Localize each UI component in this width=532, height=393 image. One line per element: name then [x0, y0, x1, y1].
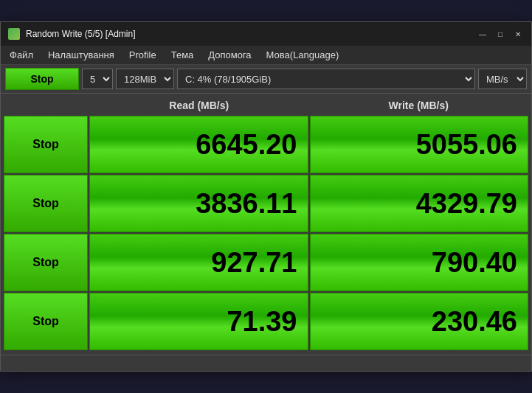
queue-select[interactable]: 5 1 2 4 8	[82, 69, 113, 89]
header-spacer	[4, 97, 89, 114]
drive-select[interactable]: C: 4% (78/1905GiB)	[177, 69, 475, 89]
close-button[interactable]: ✕	[512, 28, 524, 40]
row3-read-cell: 927.71	[89, 234, 308, 291]
table-row: Stop 3836.11 4329.79	[4, 175, 528, 232]
row4-write-value: 230.46	[432, 306, 517, 338]
row4-write-cell: 230.46	[310, 293, 529, 350]
row4-stop-button[interactable]: Stop	[4, 293, 88, 350]
menu-help[interactable]: Допомога	[205, 48, 254, 62]
row2-read-cell: 3836.11	[89, 175, 308, 232]
toolbar: Stop 5 1 2 4 8 128MiB 1MiB 4MiB 64MiB C:…	[1, 65, 531, 94]
table-header: Read (MB/s) Write (MB/s)	[4, 97, 528, 114]
unit-select[interactable]: MB/s GB/s IOPS	[478, 69, 527, 89]
main-content: Read (MB/s) Write (MB/s) Stop 6645.20 50…	[1, 94, 531, 355]
row3-read-value: 927.71	[211, 247, 297, 279]
main-window: Random Write (5/5) [Admin] — □ ✕ Файл На…	[0, 21, 532, 372]
menu-settings[interactable]: Налаштування	[45, 48, 117, 62]
status-bar	[1, 355, 531, 371]
row2-write-cell: 4329.79	[310, 175, 529, 232]
row2-write-value: 4329.79	[416, 188, 517, 220]
title-bar-left: Random Write (5/5) [Admin]	[8, 28, 136, 40]
toolbar-stop-button[interactable]: Stop	[5, 68, 79, 90]
table-row: Stop 927.71 790.40	[4, 234, 528, 291]
app-icon	[8, 28, 20, 40]
col-header-read: Read (MB/s)	[89, 97, 309, 114]
title-bar: Random Write (5/5) [Admin] — □ ✕	[1, 22, 531, 46]
table-row: Stop 6645.20 5055.06	[4, 116, 528, 173]
window-title: Random Write (5/5) [Admin]	[26, 29, 136, 39]
maximize-button[interactable]: □	[494, 28, 506, 40]
menu-theme[interactable]: Тема	[168, 48, 197, 62]
menu-profile[interactable]: Profile	[126, 48, 159, 62]
col-header-write: Write (MB/s)	[309, 97, 529, 114]
row1-write-cell: 5055.06	[310, 116, 529, 173]
row2-read-value: 3836.11	[196, 188, 297, 220]
table-row: Stop 71.39 230.46	[4, 293, 528, 350]
row4-read-cell: 71.39	[89, 293, 308, 350]
row1-read-cell: 6645.20	[89, 116, 308, 173]
row2-stop-button[interactable]: Stop	[4, 175, 88, 232]
row4-read-value: 71.39	[227, 306, 297, 338]
row3-write-value: 790.40	[432, 247, 517, 279]
window-controls: — □ ✕	[477, 28, 524, 40]
menu-language[interactable]: Мова(Language)	[263, 48, 342, 62]
row1-read-value: 6645.20	[196, 129, 297, 161]
row1-stop-button[interactable]: Stop	[4, 116, 88, 173]
minimize-button[interactable]: —	[477, 28, 488, 40]
block-size-select[interactable]: 128MiB 1MiB 4MiB 64MiB	[116, 69, 174, 89]
row3-stop-button[interactable]: Stop	[4, 234, 88, 291]
row3-write-cell: 790.40	[310, 234, 529, 291]
row1-write-value: 5055.06	[416, 129, 517, 161]
menu-file[interactable]: Файл	[7, 48, 36, 62]
menu-bar: Файл Налаштування Profile Тема Допомога …	[1, 46, 531, 65]
